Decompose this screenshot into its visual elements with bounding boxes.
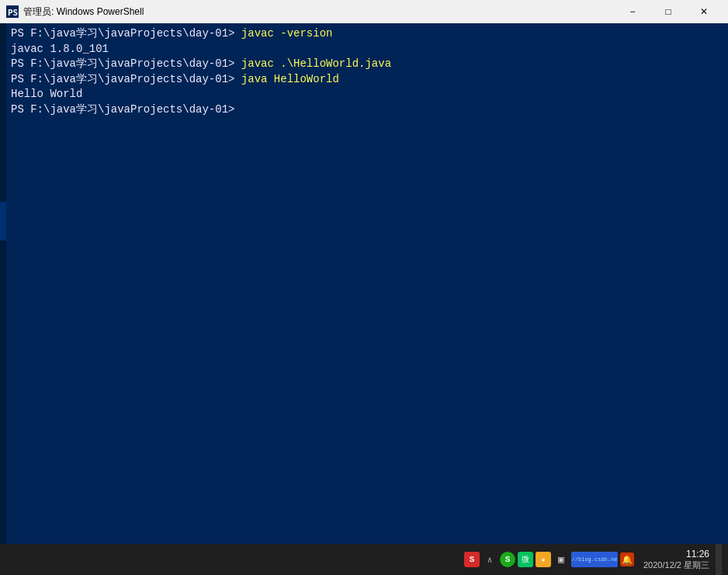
taskbar-right: S ∧ S 微 ★ ▣ http://blog.csdn.net/cxh 🔔 1… [464, 544, 722, 575]
output-2: Hello World [11, 88, 82, 100]
show-desktop-button[interactable] [716, 544, 722, 575]
terminal-line-1: PS F:\java学习\javaProjects\day-01> javac … [11, 26, 723, 42]
sogou-icon[interactable]: S [464, 552, 480, 567]
title-bar: PS 管理员: Windows PowerShell − □ ✕ [0, 0, 728, 23]
terminal-line-3: PS F:\java学习\javaProjects\day-01> javac … [11, 57, 723, 72]
monitor-icon[interactable]: ▣ [553, 552, 569, 567]
command-3: java HelloWorld [241, 73, 339, 85]
wechat-icon[interactable]: 微 [518, 552, 533, 567]
terminal-line-6: PS F:\java学习\javaProjects\day-01> [11, 102, 723, 118]
clock-date: 2020/12/2 星期三 [643, 559, 709, 571]
command-2: javac .\HelloWorld.java [241, 57, 391, 70]
window-title: 管理员: Windows PowerShell [23, 5, 615, 19]
left-strip [0, 23, 6, 575]
terminal-line-2: javac 1.8.0_101 [11, 42, 723, 57]
window-controls: − □ ✕ [615, 0, 722, 23]
yellow-icon[interactable]: ★ [536, 552, 551, 567]
prompt-4: PS F:\java学习\javaProjects\day-01> [11, 103, 241, 116]
green-s-icon[interactable]: S [500, 552, 515, 567]
terminal-line-4: PS F:\java学习\javaProjects\day-01> java H… [11, 72, 723, 88]
powershell-window: PS F:\java学习\javaProjects\day-01> javac … [0, 23, 728, 575]
minimize-button[interactable]: − [615, 0, 650, 23]
maximize-button[interactable]: □ [650, 0, 686, 23]
svg-text:PS: PS [8, 8, 18, 18]
prompt-3: PS F:\java学习\javaProjects\day-01> [11, 73, 241, 85]
prompt-1: PS F:\java学习\javaProjects\day-01> [11, 27, 241, 40]
clock-time: 11:26 [686, 549, 709, 559]
prompt-2: PS F:\java学习\javaProjects\day-01> [11, 57, 241, 70]
blog-icon[interactable]: 🔔 [620, 552, 634, 566]
terminal-line-5: Hello World [11, 87, 723, 102]
powershell-icon: PS [6, 5, 19, 18]
terminal-content[interactable]: PS F:\java学习\javaProjects\day-01> javac … [6, 23, 728, 575]
command-1: javac -version [241, 27, 333, 40]
caret-icon[interactable]: ∧ [482, 552, 497, 567]
tray-icons: S ∧ S 微 ★ ▣ http://blog.csdn.net/cxh 🔔 [464, 552, 634, 567]
link-icon[interactable]: http://blog.csdn.net/cxh [571, 552, 618, 567]
close-button[interactable]: ✕ [686, 0, 722, 23]
output-1: javac 1.8.0_101 [11, 43, 109, 55]
clock-area: 11:26 2020/12/2 星期三 [643, 549, 709, 571]
scroll-indicator [0, 202, 6, 241]
taskbar: S ∧ S 微 ★ ▣ http://blog.csdn.net/cxh 🔔 1… [0, 544, 728, 575]
